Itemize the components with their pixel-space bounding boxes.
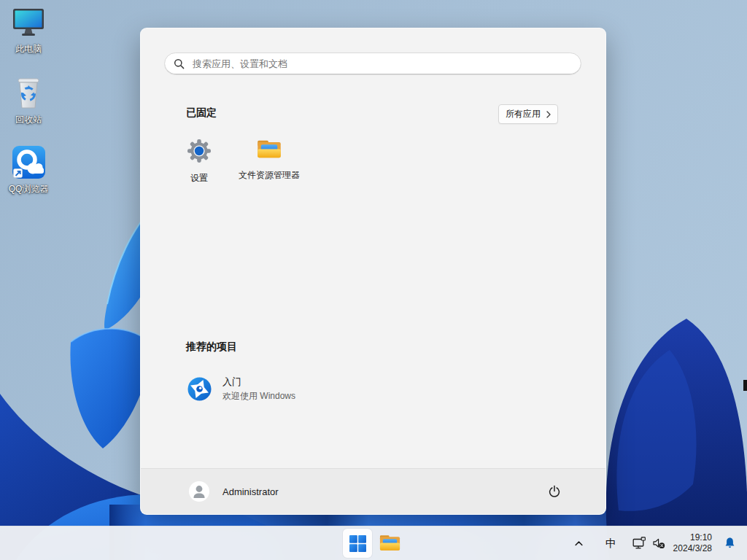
desktop-icon-qq-browser[interactable]: QQ浏览器 (0, 145, 57, 195)
show-hidden-icons-button[interactable] (568, 532, 591, 555)
pinned-app-label: 设置 (190, 174, 208, 183)
taskbar-file-explorer-button[interactable] (375, 529, 404, 558)
network-icon (632, 537, 646, 550)
user-avatar (189, 481, 209, 502)
pinned-apps-grid: 设置 (164, 134, 304, 197)
desktop-screen: 此电脑 回收站 (0, 0, 747, 560)
power-icon (548, 485, 561, 498)
notification-bell-icon (724, 537, 736, 550)
desktop-icon-label: QQ浏览器 (9, 184, 49, 195)
volume-muted-icon (652, 537, 665, 550)
start-menu-panel: 已固定 所有应用 (140, 28, 606, 515)
pinned-app-label: 文件资源管理器 (239, 171, 300, 180)
start-search-box[interactable] (164, 52, 581, 75)
desktop-icon-recycle-bin[interactable]: 回收站 (0, 75, 57, 125)
input-method-indicator[interactable]: 中 (600, 532, 623, 555)
taskbar-system-tray: 中 (568, 526, 741, 560)
input-method-label: 中 (605, 537, 616, 551)
start-menu-footer: Administrator (141, 468, 605, 514)
settings-gear-icon (186, 138, 212, 167)
user-account-button[interactable]: Administrator (189, 481, 279, 502)
taskbar-clock[interactable]: 19:10 2024/3/28 (672, 532, 713, 554)
search-icon (174, 58, 185, 69)
qq-browser-icon (12, 145, 46, 182)
this-pc-icon (12, 6, 45, 42)
desktop-icon-label: 此电脑 (15, 44, 42, 55)
taskbar-center-icons (343, 529, 404, 558)
recommended-item-subtitle: 欢迎使用 Windows (222, 390, 295, 402)
mouse-cursor (743, 380, 747, 391)
chevron-up-icon (574, 539, 584, 548)
file-explorer-icon (379, 533, 401, 553)
notification-center-button[interactable] (718, 532, 741, 555)
power-button[interactable] (541, 478, 568, 505)
pinned-app-file-explorer[interactable]: 文件资源管理器 (234, 134, 304, 197)
recommended-item-get-started[interactable]: 入门 欢迎使用 Windows (173, 368, 392, 409)
clock-date: 2024/3/28 (673, 543, 712, 554)
desktop-icon-label: 回收站 (15, 115, 42, 125)
all-apps-label: 所有应用 (506, 108, 541, 120)
all-apps-button[interactable]: 所有应用 (498, 104, 558, 124)
pinned-app-settings[interactable]: 设置 (164, 134, 234, 197)
pinned-section-title: 已固定 (186, 106, 217, 120)
recycle-bin-icon (12, 75, 44, 113)
start-button[interactable] (343, 529, 372, 558)
get-started-icon (187, 377, 212, 401)
recommended-item-title: 入门 (222, 376, 295, 389)
windows-start-icon (349, 535, 366, 552)
recommended-section-title: 推荐的项目 (186, 341, 237, 354)
taskbar: 中 (0, 526, 747, 560)
desktop-icon-this-pc[interactable]: 此电脑 (0, 6, 57, 55)
shortcut-arrow-icon (13, 169, 22, 178)
clock-time: 19:10 (690, 532, 712, 543)
chevron-right-icon (546, 111, 551, 118)
search-input[interactable] (191, 58, 572, 70)
file-explorer-icon (256, 138, 282, 164)
network-volume-button[interactable] (630, 532, 667, 555)
user-name-label: Administrator (222, 486, 279, 497)
